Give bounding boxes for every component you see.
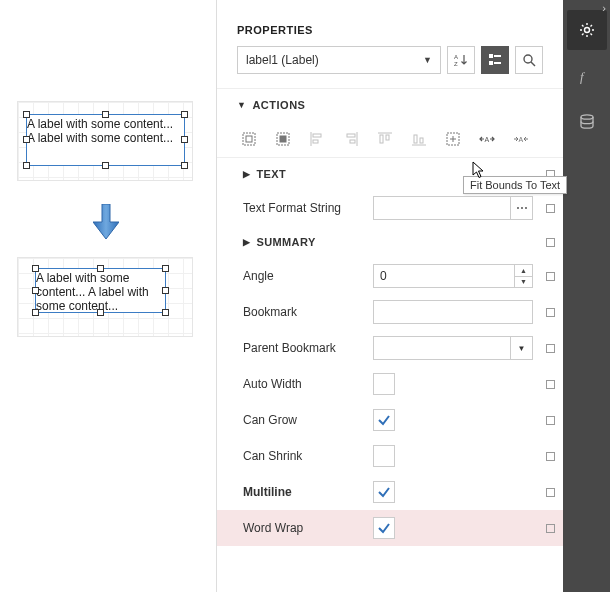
fit-to-container-icon[interactable] (237, 127, 261, 151)
prop-can-grow: Can Grow (217, 402, 563, 438)
svg-rect-13 (347, 134, 355, 137)
spin-down-icon[interactable]: ▼ (515, 277, 532, 288)
element-selector-value: label1 (Label) (246, 53, 319, 67)
property-marker-icon[interactable] (546, 452, 555, 461)
align-left-icon[interactable] (305, 127, 329, 151)
prop-can-shrink: Can Shrink (217, 438, 563, 474)
prop-label: Can Grow (243, 413, 373, 427)
chevron-right-icon: ▶ (243, 237, 250, 247)
align-right-icon[interactable] (339, 127, 363, 151)
property-marker-icon[interactable] (546, 238, 555, 247)
collapse-icon[interactable]: › (602, 2, 606, 14)
side-rail: › f (563, 0, 610, 592)
align-bottom-icon[interactable] (407, 127, 431, 151)
svg-rect-7 (243, 133, 255, 145)
chevron-down-icon[interactable]: ▼ (510, 337, 532, 359)
prop-parent-bookmark: Parent Bookmark ▼ (217, 330, 563, 366)
fit-to-content-icon[interactable] (271, 127, 295, 151)
properties-panel: PROPERTIES label1 (Label) ▼ A Z (217, 0, 563, 592)
section-actions[interactable]: ▼ ACTIONS (217, 88, 563, 121)
chevron-right-icon: ▶ (243, 169, 250, 179)
panel-title: PROPERTIES (217, 0, 563, 46)
svg-rect-4 (489, 61, 493, 65)
ellipsis-button[interactable]: ⋯ (510, 197, 532, 219)
subsection-summary[interactable]: ▶ SUMMARY (217, 226, 563, 258)
can-shrink-checkbox[interactable] (373, 445, 395, 467)
can-grow-checkbox[interactable] (373, 409, 395, 431)
svg-rect-16 (386, 135, 389, 140)
svg-rect-11 (313, 134, 321, 137)
property-marker-icon[interactable] (546, 488, 555, 497)
subsection-label: SUMMARY (256, 236, 315, 248)
fit-bounds-to-text-icon[interactable]: A (475, 127, 499, 151)
size-to-grid-icon[interactable] (441, 127, 465, 151)
prop-bookmark: Bookmark (217, 294, 563, 330)
element-selector[interactable]: label1 (Label) ▼ (237, 46, 441, 74)
property-marker-icon[interactable] (546, 524, 555, 533)
property-marker-icon[interactable] (546, 204, 555, 213)
svg-rect-5 (494, 62, 501, 64)
categorize-button[interactable] (481, 46, 509, 74)
svg-rect-12 (313, 140, 318, 143)
prop-label: Multiline (243, 485, 373, 499)
prop-auto-width: Auto Width (217, 366, 563, 402)
prop-label: Word Wrap (243, 521, 373, 535)
text-format-input[interactable]: ⋯ (373, 196, 533, 220)
align-top-icon[interactable] (373, 127, 397, 151)
prop-label: Text Format String (243, 201, 373, 215)
svg-rect-8 (246, 136, 252, 142)
rail-data-button[interactable] (567, 102, 607, 142)
svg-text:Z: Z (454, 61, 458, 67)
actions-toolbar: A A (217, 121, 563, 158)
svg-rect-18 (420, 138, 423, 143)
svg-text:f: f (580, 69, 586, 84)
svg-point-22 (584, 28, 589, 33)
fit-text-to-bounds-icon[interactable]: A (509, 127, 533, 151)
prop-text-format-string: Text Format String ⋯ (217, 190, 563, 226)
search-button[interactable] (515, 46, 543, 74)
label-after[interactable]: A label with some content... A label wit… (35, 268, 166, 313)
svg-rect-15 (380, 135, 383, 143)
label-text: A label with some content... A label wit… (27, 117, 173, 145)
label-before[interactable]: A label with some content... A label wit… (26, 114, 185, 166)
word-wrap-checkbox[interactable] (373, 517, 395, 539)
chevron-down-icon: ▼ (423, 55, 432, 65)
property-marker-icon[interactable] (546, 416, 555, 425)
prop-angle: Angle 0 ▲ ▼ (217, 258, 563, 294)
svg-text:A: A (519, 136, 524, 143)
property-marker-icon[interactable] (546, 344, 555, 353)
svg-point-24 (581, 115, 593, 119)
prop-label: Auto Width (243, 377, 373, 391)
subsection-label: TEXT (256, 168, 286, 180)
section-label: ACTIONS (252, 99, 305, 111)
property-marker-icon[interactable] (546, 380, 555, 389)
rail-properties-button[interactable] (567, 10, 607, 50)
property-marker-icon[interactable] (546, 272, 555, 281)
arrow-down-icon (93, 204, 119, 239)
rail-expressions-button[interactable]: f (567, 56, 607, 96)
chevron-down-icon: ▼ (237, 100, 246, 110)
svg-rect-17 (414, 135, 417, 143)
prop-label: Can Shrink (243, 449, 373, 463)
sort-alpha-button[interactable]: A Z (447, 46, 475, 74)
property-marker-icon[interactable] (546, 308, 555, 317)
svg-text:A: A (485, 136, 490, 143)
spin-up-icon[interactable]: ▲ (515, 265, 532, 277)
prop-label: Bookmark (243, 305, 373, 319)
prop-label: Angle (243, 269, 373, 283)
svg-point-6 (524, 55, 532, 63)
svg-rect-2 (489, 54, 493, 58)
svg-text:A: A (454, 54, 458, 60)
prop-word-wrap: Word Wrap (217, 510, 563, 546)
prop-label: Parent Bookmark (243, 341, 373, 355)
multiline-checkbox[interactable] (373, 481, 395, 503)
bookmark-input[interactable] (373, 300, 533, 324)
svg-rect-10 (280, 136, 286, 142)
label-text: A label with some content... A label wit… (36, 271, 149, 313)
parent-bookmark-input[interactable]: ▼ (373, 336, 533, 360)
cursor-icon (472, 161, 486, 182)
auto-width-checkbox[interactable] (373, 373, 395, 395)
design-canvas[interactable]: A label with some content... A label wit… (0, 0, 216, 592)
svg-rect-14 (350, 140, 355, 143)
angle-input[interactable]: 0 ▲ ▼ (373, 264, 533, 288)
